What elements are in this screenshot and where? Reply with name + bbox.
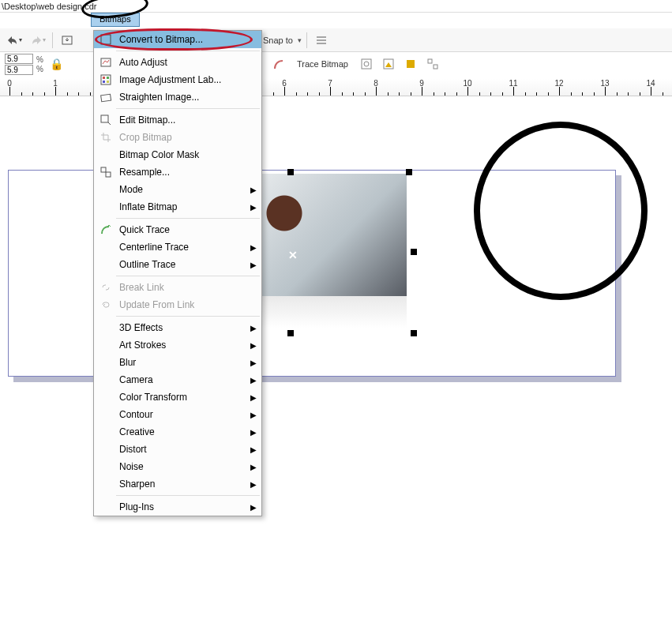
menu-label: Mode <box>115 184 249 195</box>
menu-label: Quick Trace <box>115 224 257 235</box>
submenu-arrow-icon: ▶ <box>249 186 257 194</box>
svg-rect-10 <box>103 77 105 79</box>
menu-distort[interactable]: Distort ▶ <box>94 441 261 458</box>
menu-label: Convert to Bitmap... <box>115 34 257 45</box>
menu-sharpen[interactable]: Sharpen ▶ <box>94 475 261 493</box>
selection-handle[interactable] <box>406 169 412 175</box>
menu-bitmap-color-mask[interactable]: Bitmap Color Mask <box>94 146 261 163</box>
lock-icon[interactable]: 🔒 <box>50 58 63 70</box>
menu-3d-effects[interactable]: 3D Effects ▶ <box>94 319 261 336</box>
svg-rect-8 <box>101 58 111 66</box>
tool-icon-1[interactable] <box>359 57 374 71</box>
menu-plugins[interactable]: Plug-Ins ▶ <box>94 498 261 516</box>
menu-image-adjustment-lab[interactable]: Image Adjustment Lab... <box>94 71 261 88</box>
redo-button[interactable]: ▾ <box>28 32 47 49</box>
menu-blur[interactable]: Blur ▶ <box>94 354 261 371</box>
break-link-icon <box>97 281 115 294</box>
menu-break-link: Break Link <box>94 279 261 296</box>
svg-rect-15 <box>101 115 108 122</box>
submenu-arrow-icon: ▶ <box>249 341 257 350</box>
menu-separator <box>116 316 260 317</box>
submenu-arrow-icon: ▶ <box>249 411 257 419</box>
image-lab-icon <box>97 73 115 86</box>
tool-icon-3[interactable] <box>404 57 418 71</box>
menu-label: Camera <box>115 374 249 385</box>
submenu-arrow-icon: ▶ <box>249 376 257 385</box>
selection-handle[interactable] <box>411 249 417 255</box>
undo-button[interactable]: ▾ <box>5 32 24 49</box>
menu-label: Blur <box>115 357 249 368</box>
title-path: \Desktop\web design.cdr <box>2 2 96 11</box>
menu-contour[interactable]: Contour ▶ <box>94 406 261 423</box>
menu-label: Resample... <box>115 167 257 178</box>
submenu-arrow-icon: ▶ <box>249 480 257 489</box>
menu-label: Plug-Ins <box>115 501 249 512</box>
menu-label: Art Strokes <box>115 340 249 351</box>
menu-art-strokes[interactable]: Art Strokes ▶ <box>94 336 261 354</box>
menu-edit-bitmap[interactable]: Edit Bitmap... <box>94 111 261 129</box>
submenu-arrow-icon: ▶ <box>249 203 257 212</box>
menu-camera[interactable]: Camera ▶ <box>94 371 261 388</box>
submenu-arrow-icon: ▶ <box>249 324 257 332</box>
menu-bitmaps[interactable]: Bitmaps <box>91 13 140 27</box>
separator <box>306 32 307 48</box>
edit-bitmap-icon <box>97 114 115 126</box>
menu-label: Inflate Bitmap <box>115 201 249 212</box>
tool-icon-4[interactable] <box>426 57 440 71</box>
menu-convert-to-bitmap[interactable]: Convert to Bitmap... <box>94 31 261 48</box>
menu-color-transform[interactable]: Color Transform ▶ <box>94 388 261 406</box>
selection-handle[interactable] <box>287 169 294 175</box>
resample-icon <box>97 166 115 178</box>
svg-rect-11 <box>107 77 109 79</box>
svg-rect-9 <box>101 75 111 84</box>
menu-inflate-bitmap[interactable]: Inflate Bitmap ▶ <box>94 198 261 216</box>
menu-separator <box>116 495 260 496</box>
menu-resample[interactable]: Resample... <box>94 163 261 181</box>
menu-label: Contour <box>115 409 249 420</box>
menu-auto-adjust[interactable]: Auto Adjust <box>94 54 261 71</box>
menu-label: Centerline Trace <box>115 242 249 253</box>
straighten-icon <box>97 91 115 103</box>
svg-rect-1 <box>362 59 371 69</box>
menu-label: Image Adjustment Lab... <box>115 74 257 85</box>
options-button[interactable] <box>312 32 331 49</box>
menu-label: Auto Adjust <box>115 57 257 68</box>
svg-rect-16 <box>101 167 106 172</box>
separator <box>52 32 53 48</box>
tool-icon-2[interactable] <box>381 57 396 71</box>
convert-icon <box>97 33 115 46</box>
snap-label: Snap to <box>263 36 293 45</box>
bitmaps-dropdown: Convert to Bitmap... Auto Adjust Image A… <box>93 30 262 516</box>
submenu-arrow-icon: ▶ <box>249 463 257 471</box>
trace-bitmap-button[interactable]: Trace Bitmap <box>297 59 348 69</box>
menu-label: Outline Trace <box>115 259 249 270</box>
svg-rect-13 <box>107 81 109 83</box>
percent-labels: %% <box>36 55 43 73</box>
menu-mode[interactable]: Mode ▶ <box>94 181 261 198</box>
svg-rect-17 <box>106 172 111 177</box>
submenu-arrow-icon: ▶ <box>249 393 257 402</box>
menu-label: 3D Effects <box>115 322 249 333</box>
menu-centerline-trace[interactable]: Centerline Trace ▶ <box>94 238 261 256</box>
selection-handle[interactable] <box>411 330 417 336</box>
trace-icon[interactable] <box>270 55 289 73</box>
svg-rect-6 <box>434 65 437 69</box>
menu-label: Straighten Image... <box>115 92 257 103</box>
svg-rect-4 <box>407 60 415 68</box>
menu-label: Break Link <box>115 282 257 293</box>
import-button[interactable] <box>58 32 77 49</box>
menu-outline-trace[interactable]: Outline Trace ▶ <box>94 256 261 273</box>
title-bar: \Desktop\web design.cdr <box>0 0 672 13</box>
auto-adjust-icon <box>97 56 115 69</box>
width-input[interactable] <box>5 54 33 64</box>
menu-noise[interactable]: Noise ▶ <box>94 458 261 475</box>
svg-point-2 <box>364 62 369 66</box>
menu-straighten-image[interactable]: Straighten Image... <box>94 88 261 106</box>
menu-creative[interactable]: Creative ▶ <box>94 423 261 441</box>
menu-label: Crop Bitmap <box>115 132 257 143</box>
menu-label: Noise <box>115 461 249 472</box>
selection-handle[interactable] <box>287 330 294 336</box>
menu-quick-trace[interactable]: Quick Trace <box>94 221 261 238</box>
height-input[interactable] <box>5 65 33 75</box>
submenu-arrow-icon: ▶ <box>249 428 257 437</box>
